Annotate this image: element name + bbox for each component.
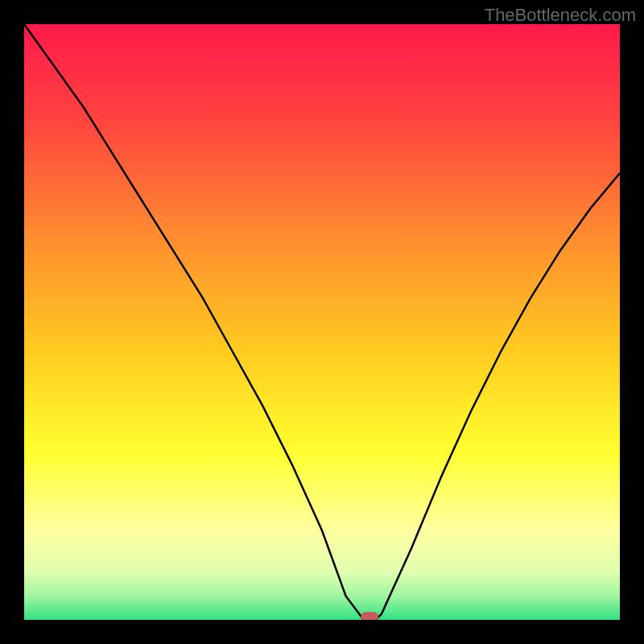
bottleneck-chart: [24, 24, 620, 620]
optimal-marker: [361, 612, 378, 620]
chart-svg: [24, 24, 620, 620]
watermark-text: TheBottleneck.com: [485, 5, 636, 26]
